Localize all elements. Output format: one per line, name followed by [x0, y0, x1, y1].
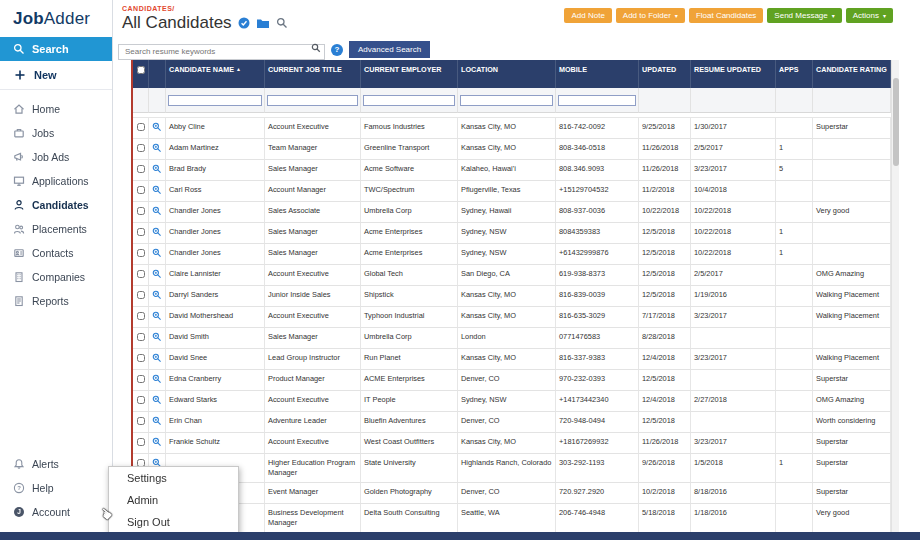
cell-candidate-name[interactable]: Erin Chan	[166, 412, 265, 433]
row-checkbox[interactable]	[137, 123, 145, 131]
sidebar-item-alerts[interactable]: Alerts	[0, 452, 112, 476]
sidebar-item-help[interactable]: ? Help	[0, 476, 112, 500]
table-row[interactable]: Chandler Jones Sales Associate Umbrella …	[133, 202, 891, 223]
cell-candidate-name[interactable]: Claire Lannister	[166, 265, 265, 286]
row-checkbox[interactable]	[137, 291, 145, 299]
actions-button[interactable]: Actions▾	[846, 8, 893, 23]
table-row[interactable]: Higher Education Program Manager State U…	[133, 454, 891, 483]
filter-location-input[interactable]	[460, 95, 553, 106]
table-row[interactable]: David Smith Sales Manager Umbrella Corp …	[133, 328, 891, 349]
app-logo[interactable]: JobAdder	[0, 0, 112, 37]
row-checkbox[interactable]	[137, 375, 145, 383]
row-checkbox[interactable]	[137, 312, 145, 320]
table-row[interactable]: Chandler Jones Sales Manager Acme Enterp…	[133, 244, 891, 265]
cell-candidate-name[interactable]: Adam Martinez	[166, 139, 265, 160]
row-checkbox[interactable]	[137, 396, 145, 404]
sidebar-item-jobs[interactable]: Jobs	[0, 121, 112, 145]
table-row[interactable]: Edward Starks Account Executive IT Peopl…	[133, 391, 891, 412]
sidebar-item-job-ads[interactable]: Job Ads	[0, 145, 112, 169]
row-checkbox[interactable]	[137, 354, 145, 362]
row-checkbox[interactable]	[137, 228, 145, 236]
preview-magnifier-icon[interactable]	[152, 416, 162, 426]
row-checkbox[interactable]	[137, 270, 145, 278]
cell-candidate-name[interactable]: Abby Cline	[166, 118, 265, 139]
preview-magnifier-icon[interactable]	[152, 248, 162, 258]
vertical-scrollbar[interactable]	[891, 60, 899, 532]
sidebar-item-contacts[interactable]: Contacts	[0, 241, 112, 265]
preview-magnifier-icon[interactable]	[152, 122, 162, 132]
advanced-search-button[interactable]: Advanced Search	[349, 41, 430, 58]
row-checkbox[interactable]	[137, 207, 145, 215]
filter-job-title-input[interactable]	[267, 95, 358, 106]
cell-candidate-name[interactable]: Chandler Jones	[166, 202, 265, 223]
cell-candidate-name[interactable]: David Mothershead	[166, 307, 265, 328]
row-checkbox[interactable]	[137, 186, 145, 194]
select-all-checkbox[interactable]	[137, 66, 145, 74]
table-row[interactable]: Darryl Sanders Junior Inside Sales Ships…	[133, 286, 891, 307]
sidebar-item-account[interactable]: J Account	[0, 500, 112, 524]
table-row[interactable]: Erin Chan Adventure Leader Bluefin Adven…	[133, 412, 891, 433]
col-resume-updated[interactable]: RESUME UPDATED	[691, 60, 776, 88]
preview-magnifier-icon[interactable]	[152, 143, 162, 153]
sidebar-item-placements[interactable]: Placements	[0, 217, 112, 241]
cell-candidate-name[interactable]: David Smith	[166, 328, 265, 349]
resume-keywords-input[interactable]	[118, 44, 325, 60]
col-updated[interactable]: UPDATED	[639, 60, 691, 88]
sidebar-item-new[interactable]: New	[0, 61, 112, 90]
table-row[interactable]: Event Manager Golden Photography Denver,…	[133, 483, 891, 504]
preview-magnifier-icon[interactable]	[152, 290, 162, 300]
cell-candidate-name[interactable]: David Snee	[166, 349, 265, 370]
table-row[interactable]: Adam Martinez Team Manager Greenline Tra…	[133, 139, 891, 160]
info-icon[interactable]: ?	[331, 44, 343, 56]
filter-mobile-input[interactable]	[558, 95, 636, 106]
row-checkbox[interactable]	[137, 144, 145, 152]
row-checkbox[interactable]	[137, 417, 145, 425]
col-current-employer[interactable]: CURRENT EMPLOYER	[361, 60, 458, 88]
preview-magnifier-icon[interactable]	[152, 374, 162, 384]
preview-magnifier-icon[interactable]	[152, 206, 162, 216]
row-checkbox[interactable]	[137, 165, 145, 173]
folder-icon[interactable]	[256, 18, 270, 29]
cell-candidate-name[interactable]: Chandler Jones	[166, 244, 265, 265]
table-row[interactable]: Chandler Jones Sales Manager Acme Enterp…	[133, 223, 891, 244]
col-location[interactable]: LOCATION	[458, 60, 556, 88]
filter-candidate-name-input[interactable]	[168, 95, 262, 106]
preview-magnifier-icon[interactable]	[152, 353, 162, 363]
send-message-button[interactable]: Send Message▾	[767, 8, 841, 23]
preview-magnifier-icon[interactable]	[152, 311, 162, 321]
table-row[interactable]: Carl Ross Account Manager TWC/Spectrum P…	[133, 181, 891, 202]
table-row[interactable]: Business Development Manager Delta South…	[133, 504, 891, 532]
cell-candidate-name[interactable]: Carl Ross	[166, 181, 265, 202]
preview-magnifier-icon[interactable]	[152, 269, 162, 279]
preview-magnifier-icon[interactable]	[152, 437, 162, 447]
filter-employer-input[interactable]	[363, 95, 455, 106]
menu-item-admin[interactable]: Admin	[109, 489, 238, 511]
col-candidate-name[interactable]: CANDIDATE NAME▲	[166, 60, 265, 88]
col-apps[interactable]: APPS	[776, 60, 813, 88]
verified-badge-icon[interactable]	[238, 17, 250, 29]
preview-magnifier-icon[interactable]	[152, 164, 162, 174]
sidebar-item-candidates[interactable]: Candidates	[0, 193, 112, 217]
table-row[interactable]: Abby Cline Account Executive Famous Indu…	[133, 118, 891, 139]
sidebar-item-home[interactable]: Home	[0, 97, 112, 121]
table-row[interactable]: Claire Lannister Account Executive Globa…	[133, 265, 891, 286]
row-checkbox[interactable]	[137, 438, 145, 446]
preview-magnifier-icon[interactable]	[152, 185, 162, 195]
add-to-folder-button[interactable]: Add to Folder▾	[616, 8, 685, 23]
col-mobile[interactable]: MOBILE	[556, 60, 639, 88]
col-candidate-rating[interactable]: CANDIDATE RATING	[813, 60, 891, 88]
sidebar-item-applications[interactable]: Applications	[0, 169, 112, 193]
row-checkbox[interactable]	[137, 333, 145, 341]
menu-item-settings[interactable]: Settings	[109, 467, 238, 489]
input-search-icon[interactable]	[311, 43, 321, 53]
scrollbar-thumb[interactable]	[893, 78, 899, 166]
cell-candidate-name[interactable]: Edward Starks	[166, 391, 265, 412]
cell-candidate-name[interactable]: Chandler Jones	[166, 223, 265, 244]
cell-candidate-name[interactable]: Edna Cranberry	[166, 370, 265, 391]
cell-candidate-name[interactable]: Brad Brady	[166, 160, 265, 181]
title-search-icon[interactable]	[276, 17, 288, 29]
table-row[interactable]: David Mothershead Account Executive Typh…	[133, 307, 891, 328]
cell-candidate-name[interactable]: Darryl Sanders	[166, 286, 265, 307]
table-row[interactable]: David Snee Lead Group Instructor Run Pla…	[133, 349, 891, 370]
sidebar-item-companies[interactable]: Companies	[0, 265, 112, 289]
